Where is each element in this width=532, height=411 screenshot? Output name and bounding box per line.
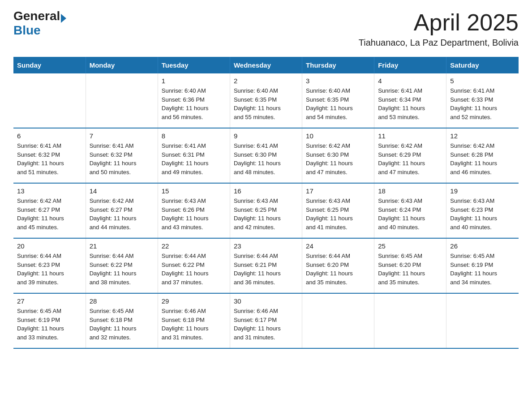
day-number: 21 [90, 242, 154, 250]
day-number: 15 [162, 187, 226, 195]
day-info: Sunrise: 6:40 AM Sunset: 6:36 PM Dayligh… [162, 86, 226, 121]
calendar-cell [446, 293, 519, 348]
calendar-cell: 28Sunrise: 6:45 AM Sunset: 6:18 PM Dayli… [86, 293, 158, 348]
calendar-cell: 20Sunrise: 6:44 AM Sunset: 6:23 PM Dayli… [13, 238, 86, 293]
day-info: Sunrise: 6:45 AM Sunset: 6:18 PM Dayligh… [90, 307, 154, 342]
day-number: 26 [450, 242, 515, 250]
day-info: Sunrise: 6:43 AM Sunset: 6:23 PM Dayligh… [450, 197, 515, 231]
day-number: 9 [234, 132, 298, 140]
calendar-cell [13, 73, 86, 128]
day-number: 3 [306, 77, 370, 85]
page-header: General Blue April 2025 Tiahuanaco, La P… [13, 9, 519, 48]
day-info: Sunrise: 6:44 AM Sunset: 6:21 PM Dayligh… [234, 252, 298, 287]
calendar-cell: 27Sunrise: 6:45 AM Sunset: 6:19 PM Dayli… [13, 293, 86, 348]
header-cell-thursday: Thursday [302, 57, 374, 73]
day-number: 22 [162, 242, 226, 250]
day-number: 4 [378, 77, 442, 85]
day-info: Sunrise: 6:46 AM Sunset: 6:18 PM Dayligh… [162, 307, 226, 342]
calendar-cell: 14Sunrise: 6:42 AM Sunset: 6:27 PM Dayli… [86, 183, 158, 238]
calendar-week-2: 6Sunrise: 6:41 AM Sunset: 6:32 PM Daylig… [13, 128, 519, 183]
day-info: Sunrise: 6:46 AM Sunset: 6:17 PM Dayligh… [234, 307, 298, 342]
calendar-cell: 10Sunrise: 6:42 AM Sunset: 6:30 PM Dayli… [302, 128, 374, 183]
day-number: 19 [450, 187, 515, 195]
calendar-cell [302, 293, 374, 348]
day-number: 23 [234, 242, 298, 250]
calendar-cell: 11Sunrise: 6:42 AM Sunset: 6:29 PM Dayli… [374, 128, 446, 183]
day-number: 18 [378, 187, 442, 195]
page-subtitle: Tiahuanaco, La Paz Department, Bolivia [359, 38, 519, 48]
day-info: Sunrise: 6:42 AM Sunset: 6:29 PM Dayligh… [378, 141, 442, 176]
calendar-cell: 8Sunrise: 6:41 AM Sunset: 6:31 PM Daylig… [158, 128, 230, 183]
header-cell-sunday: Sunday [13, 57, 86, 73]
calendar-cell: 25Sunrise: 6:45 AM Sunset: 6:20 PM Dayli… [374, 238, 446, 293]
calendar-cell: 18Sunrise: 6:43 AM Sunset: 6:24 PM Dayli… [374, 183, 446, 238]
header-cell-wednesday: Wednesday [230, 57, 302, 73]
day-info: Sunrise: 6:43 AM Sunset: 6:25 PM Dayligh… [306, 197, 370, 231]
day-number: 14 [90, 187, 154, 195]
day-info: Sunrise: 6:41 AM Sunset: 6:33 PM Dayligh… [450, 86, 515, 121]
day-info: Sunrise: 6:44 AM Sunset: 6:22 PM Dayligh… [162, 252, 226, 287]
day-info: Sunrise: 6:41 AM Sunset: 6:32 PM Dayligh… [17, 141, 82, 176]
day-info: Sunrise: 6:42 AM Sunset: 6:30 PM Dayligh… [306, 141, 370, 176]
day-info: Sunrise: 6:43 AM Sunset: 6:25 PM Dayligh… [234, 197, 298, 231]
calendar-cell: 19Sunrise: 6:43 AM Sunset: 6:23 PM Dayli… [446, 183, 519, 238]
day-info: Sunrise: 6:45 AM Sunset: 6:19 PM Dayligh… [17, 307, 82, 342]
calendar-cell: 22Sunrise: 6:44 AM Sunset: 6:22 PM Dayli… [158, 238, 230, 293]
day-number: 30 [234, 297, 298, 305]
day-number: 5 [450, 77, 515, 85]
day-info: Sunrise: 6:45 AM Sunset: 6:20 PM Dayligh… [378, 252, 442, 287]
day-info: Sunrise: 6:41 AM Sunset: 6:30 PM Dayligh… [234, 141, 298, 176]
day-info: Sunrise: 6:41 AM Sunset: 6:32 PM Dayligh… [90, 141, 154, 176]
calendar-week-3: 13Sunrise: 6:42 AM Sunset: 6:27 PM Dayli… [13, 183, 519, 238]
day-number: 28 [90, 297, 154, 305]
calendar-cell: 16Sunrise: 6:43 AM Sunset: 6:25 PM Dayli… [230, 183, 302, 238]
day-number: 13 [17, 187, 82, 195]
calendar-cell [86, 73, 158, 128]
calendar-cell: 29Sunrise: 6:46 AM Sunset: 6:18 PM Dayli… [158, 293, 230, 348]
day-number: 25 [378, 242, 442, 250]
calendar-table: SundayMondayTuesdayWednesdayThursdayFrid… [13, 57, 519, 349]
day-info: Sunrise: 6:44 AM Sunset: 6:22 PM Dayligh… [90, 252, 154, 287]
calendar-cell: 13Sunrise: 6:42 AM Sunset: 6:27 PM Dayli… [13, 183, 86, 238]
day-info: Sunrise: 6:43 AM Sunset: 6:24 PM Dayligh… [378, 197, 442, 231]
day-info: Sunrise: 6:44 AM Sunset: 6:23 PM Dayligh… [17, 252, 82, 287]
day-info: Sunrise: 6:42 AM Sunset: 6:27 PM Dayligh… [90, 197, 154, 231]
logo: General Blue [13, 9, 66, 38]
calendar-cell: 24Sunrise: 6:44 AM Sunset: 6:20 PM Dayli… [302, 238, 374, 293]
logo-general-text: General [13, 9, 60, 23]
calendar-cell: 15Sunrise: 6:43 AM Sunset: 6:26 PM Dayli… [158, 183, 230, 238]
calendar-cell: 26Sunrise: 6:45 AM Sunset: 6:19 PM Dayli… [446, 238, 519, 293]
day-number: 6 [17, 132, 82, 140]
day-info: Sunrise: 6:44 AM Sunset: 6:20 PM Dayligh… [306, 252, 370, 287]
calendar-cell [374, 293, 446, 348]
calendar-week-1: 1Sunrise: 6:40 AM Sunset: 6:36 PM Daylig… [13, 73, 519, 128]
calendar-cell: 17Sunrise: 6:43 AM Sunset: 6:25 PM Dayli… [302, 183, 374, 238]
header-cell-saturday: Saturday [446, 57, 519, 73]
logo-arrow-icon [61, 14, 66, 23]
calendar-cell: 1Sunrise: 6:40 AM Sunset: 6:36 PM Daylig… [158, 73, 230, 128]
day-info: Sunrise: 6:40 AM Sunset: 6:35 PM Dayligh… [234, 86, 298, 121]
calendar-cell: 6Sunrise: 6:41 AM Sunset: 6:32 PM Daylig… [13, 128, 86, 183]
day-info: Sunrise: 6:45 AM Sunset: 6:19 PM Dayligh… [450, 252, 515, 287]
calendar-body: 1Sunrise: 6:40 AM Sunset: 6:36 PM Daylig… [13, 73, 519, 348]
calendar-header: SundayMondayTuesdayWednesdayThursdayFrid… [13, 57, 519, 73]
calendar-cell: 7Sunrise: 6:41 AM Sunset: 6:32 PM Daylig… [86, 128, 158, 183]
day-info: Sunrise: 6:42 AM Sunset: 6:27 PM Dayligh… [17, 197, 82, 231]
day-number: 16 [234, 187, 298, 195]
calendar-cell: 4Sunrise: 6:41 AM Sunset: 6:34 PM Daylig… [374, 73, 446, 128]
day-number: 7 [90, 132, 154, 140]
day-number: 11 [378, 132, 442, 140]
title-block: April 2025 Tiahuanaco, La Paz Department… [359, 9, 519, 48]
calendar-cell: 2Sunrise: 6:40 AM Sunset: 6:35 PM Daylig… [230, 73, 302, 128]
day-info: Sunrise: 6:42 AM Sunset: 6:28 PM Dayligh… [450, 141, 515, 176]
calendar-cell: 30Sunrise: 6:46 AM Sunset: 6:17 PM Dayli… [230, 293, 302, 348]
day-number: 1 [162, 77, 226, 85]
calendar-week-5: 27Sunrise: 6:45 AM Sunset: 6:19 PM Dayli… [13, 293, 519, 348]
day-number: 8 [162, 132, 226, 140]
header-cell-friday: Friday [374, 57, 446, 73]
day-info: Sunrise: 6:41 AM Sunset: 6:34 PM Dayligh… [378, 86, 442, 121]
header-row: SundayMondayTuesdayWednesdayThursdayFrid… [13, 57, 519, 73]
day-number: 29 [162, 297, 226, 305]
header-cell-monday: Monday [86, 57, 158, 73]
day-number: 20 [17, 242, 82, 250]
